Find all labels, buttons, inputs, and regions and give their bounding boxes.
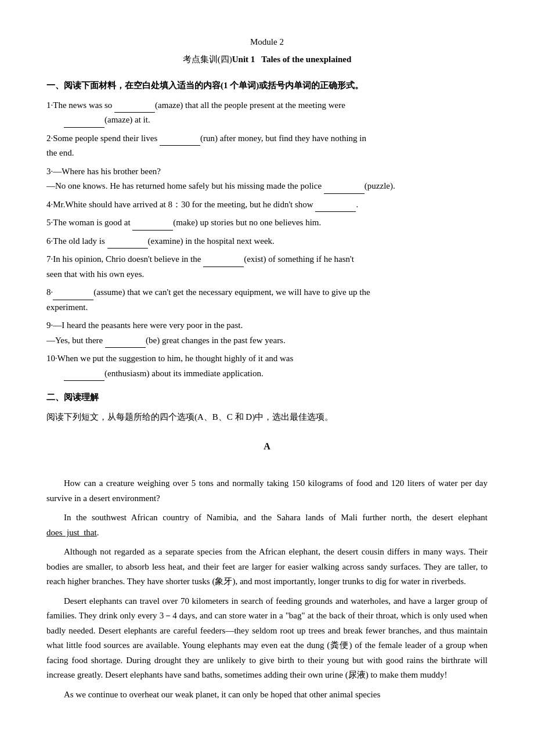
- q10-after: (enthusiasm) about its immediate applica…: [104, 369, 264, 378]
- q2-num: 2·Some people spend their lives: [46, 134, 160, 143]
- question-6: 6·The old lady is (examine) in the hospi…: [46, 234, 488, 249]
- module-title: Module 2: [46, 35, 488, 50]
- q3-line2: —No one knows. He has returned home safe…: [46, 179, 488, 194]
- q4-blank: [315, 211, 356, 212]
- q10-blank-wrap: [46, 369, 64, 378]
- q10-text: 10·When we put the suggestion to him, he…: [46, 354, 293, 363]
- question-4: 4·Mr.White should have arrived at 8：30 f…: [46, 197, 488, 213]
- underline-does-just-that: does just that: [46, 528, 97, 537]
- unit-title: 考点集训(四)Unit 1 Tales of the unexplained: [46, 52, 488, 67]
- question-3: 3·—Where has his brother been? —No one k…: [46, 164, 488, 194]
- reading-passage: How can a creature weighing over 5 tons …: [46, 476, 488, 702]
- q9-line2: —Yes, but there (be) great changes in th…: [46, 333, 488, 348]
- q9-after: (be) great changes in the past few years…: [146, 336, 286, 345]
- q1-num: 1·The news was so: [46, 100, 114, 110]
- q6-after: (examine) in the hospital next week.: [148, 236, 275, 246]
- q2-after: (run) after money, but find they have no…: [200, 134, 366, 143]
- question-8: 8·(assume) that we can't get the necessa…: [46, 285, 488, 315]
- page-container: Module 2 考点集训(四)Unit 1 Tales of the unex…: [46, 35, 488, 702]
- q9-line1: 9·—I heard the peasants here were very p…: [46, 318, 488, 333]
- q1-blank2: [64, 127, 104, 128]
- q7-blank: [203, 267, 244, 267]
- section2-label: 二、阅读理解: [46, 393, 99, 402]
- q5-blank: [132, 230, 173, 231]
- passage-p3: Although not regarded as a separate spec…: [46, 545, 488, 589]
- unit-title-main: Unit 1: [232, 55, 255, 64]
- question-1: 1·The news was so (amaze) that all the p…: [46, 98, 488, 128]
- unit-title-sub: Tales of the unexplained: [261, 55, 351, 64]
- q3-line1: 3·—Where has his brother been?: [46, 164, 488, 179]
- q8-after: (assume) that we can't get the necessary…: [93, 287, 370, 297]
- question-5: 5·The woman is good at (make) up stories…: [46, 215, 488, 231]
- q4-after: .: [356, 200, 358, 209]
- q1-blank2-wrap: [46, 115, 64, 124]
- section2-heading: 二、阅读理解: [46, 390, 488, 405]
- q8-num: 8·: [46, 287, 53, 297]
- q6-text: 6·The old lady is: [46, 236, 107, 246]
- q5-after: (make) up stories but no one believes hi…: [173, 218, 321, 227]
- spacer1: [46, 465, 488, 476]
- q7-text: 7·In his opinion, Chrio doesn't believe …: [46, 254, 203, 264]
- q2-cont: the end.: [46, 148, 74, 157]
- passage-p2: In the southwest African country of Nami…: [46, 510, 488, 540]
- unit-title-prefix: 考点集训(四): [183, 55, 232, 64]
- q8-blank: [53, 300, 93, 300]
- q1-after: (amaze) at it.: [104, 115, 150, 124]
- q7-after: (exist) of something if he hasn't: [244, 254, 354, 264]
- section1-heading: 一、阅读下面材料，在空白处填入适当的内容(1 个单词)或括号内单词的正确形式。: [46, 78, 488, 93]
- q4-text: 4·Mr.White should have arrived at 8：30 f…: [46, 200, 315, 209]
- q2-blank: [160, 145, 200, 146]
- q3-blank: [324, 193, 365, 194]
- q10-blank: [64, 380, 104, 381]
- q6-blank: [107, 248, 148, 249]
- q9-blank: [105, 347, 146, 348]
- q7-cont: seen that with his own eyes.: [46, 269, 144, 279]
- passage-p5: As we continue to overheat our weak plan…: [46, 687, 488, 703]
- reading-instructions: 阅读下列短文，从每题所给的四个选项(A、B、C 和 D)中，选出最佳选项。: [46, 410, 488, 425]
- question-9: 9·—I heard the peasants here were very p…: [46, 318, 488, 348]
- q3-after: (puzzle).: [365, 181, 395, 190]
- question-7: 7·In his opinion, Chrio doesn't believe …: [46, 252, 488, 282]
- passage-p4: Desert elephants can travel over 70 kilo…: [46, 594, 488, 683]
- question-2: 2·Some people spend their lives (run) af…: [46, 131, 488, 161]
- q8-cont: experiment.: [46, 303, 88, 312]
- question-10: 10·When we put the suggestion to him, he…: [46, 351, 488, 381]
- q1-mid: (amaze) that all the people present at t…: [155, 100, 345, 110]
- passage-p1: How can a creature weighing over 5 tons …: [46, 476, 488, 506]
- q5-text: 5·The woman is good at: [46, 218, 132, 227]
- q1-blank1: [114, 112, 155, 113]
- section-a-label: A: [46, 438, 488, 454]
